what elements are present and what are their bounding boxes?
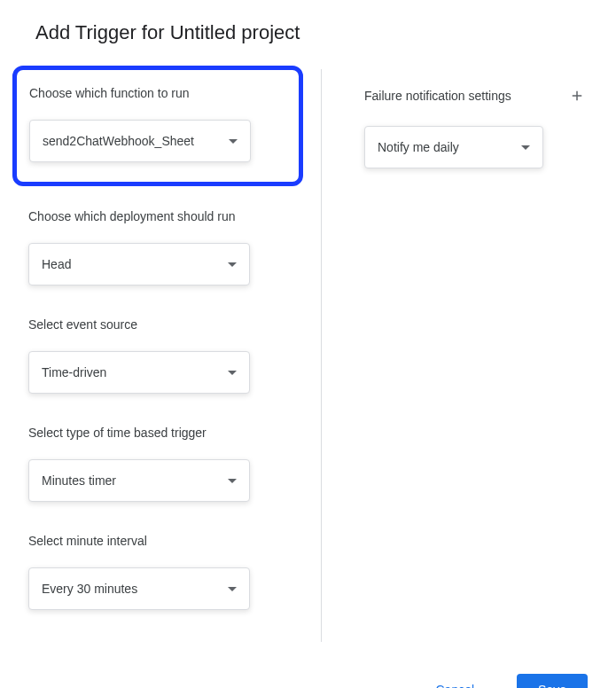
event-source-label: Select event source [28,317,300,332]
dialog-footer: Cancel Save [0,663,616,688]
chevron-down-icon [228,262,237,267]
cancel-button[interactable]: Cancel [414,674,495,688]
add-notification-button[interactable] [566,85,588,106]
deployment-value: Head [42,257,71,271]
failure-notification-label: Failure notification settings [364,89,511,103]
chevron-down-icon [521,145,530,150]
event-source-group: Select event source Time-driven [28,317,300,394]
deployment-group: Choose which deployment should run Head [28,209,300,285]
chevron-down-icon [229,139,238,144]
failure-notification-value: Notify me daily [378,140,459,154]
minute-interval-dropdown[interactable]: Every 30 minutes [28,567,250,610]
minute-interval-group: Select minute interval Every 30 minutes [28,534,300,610]
function-to-run-group: Choose which function to run send2ChatWe… [12,66,303,186]
function-to-run-value: send2ChatWebhook_Sheet [43,134,194,148]
deployment-label: Choose which deployment should run [28,209,300,223]
chevron-down-icon [228,479,237,483]
left-column: Choose which function to run send2ChatWe… [28,69,321,642]
trigger-type-label: Select type of time based trigger [28,426,300,440]
failure-notification-header: Failure notification settings [364,69,588,106]
event-source-dropdown[interactable]: Time-driven [28,351,250,394]
minute-interval-label: Select minute interval [28,534,300,548]
chevron-down-icon [228,371,237,375]
minute-interval-value: Every 30 minutes [42,582,137,596]
plus-icon [569,88,585,104]
event-source-value: Time-driven [42,365,106,379]
dialog-content: Choose which function to run send2ChatWe… [28,69,588,642]
function-to-run-dropdown[interactable]: send2ChatWebhook_Sheet [29,120,251,162]
chevron-down-icon [228,587,237,591]
deployment-dropdown[interactable]: Head [28,243,250,285]
function-to-run-label: Choose which function to run [29,86,286,100]
trigger-type-value: Minutes timer [42,473,116,488]
dialog-title: Add Trigger for Untitled project [28,21,588,44]
add-trigger-dialog: Add Trigger for Untitled project Choose … [0,0,616,663]
right-column: Failure notification settings Notify me … [321,69,588,642]
trigger-type-dropdown[interactable]: Minutes timer [28,459,250,502]
failure-notification-dropdown[interactable]: Notify me daily [364,126,543,168]
save-button[interactable]: Save [517,674,588,688]
trigger-type-group: Select type of time based trigger Minute… [28,426,300,502]
